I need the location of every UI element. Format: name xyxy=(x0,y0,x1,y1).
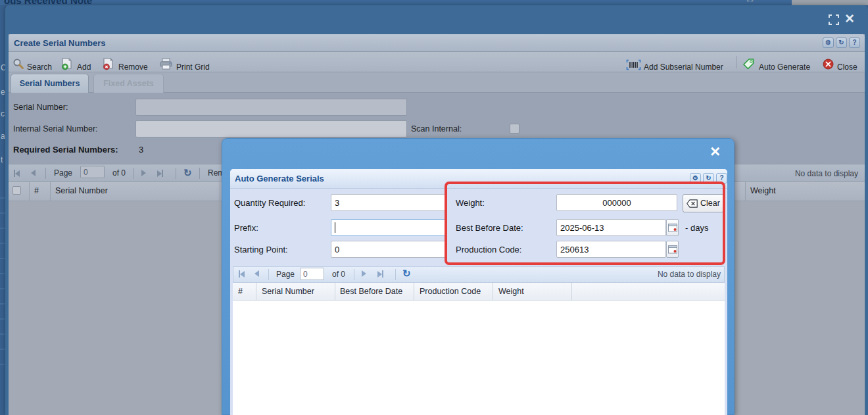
window-close-icon[interactable]: × xyxy=(845,11,854,26)
print-grid-button-label: Print Grid xyxy=(176,62,210,72)
refresh-icon: ↻ xyxy=(706,175,711,182)
column-separator[interactable] xyxy=(745,182,746,201)
tab-fixed-assets[interactable]: Fixed Assets xyxy=(93,74,164,93)
auto-generate-serials-dialog: × Auto Generate Serials ⚙ ↻ ? Quantity R… xyxy=(222,138,735,415)
gear-icon: ⚙ xyxy=(692,175,698,182)
column-separator[interactable] xyxy=(493,283,493,301)
paging-separator xyxy=(354,269,354,280)
prefix-label: Prefix: xyxy=(234,223,258,233)
tab-serial-numbers[interactable]: Serial Numbers xyxy=(11,74,89,93)
panel-refresh-tool-button[interactable]: ↻ xyxy=(836,37,847,48)
search-button[interactable]: Search xyxy=(27,61,52,72)
dialog-column-header-production-code[interactable]: Production Code xyxy=(420,287,481,296)
last-page-button[interactable] xyxy=(157,170,163,177)
add-document-icon xyxy=(61,57,74,73)
column-header-weight[interactable]: Weight xyxy=(750,186,776,195)
highlight-rectangle xyxy=(445,182,725,265)
text-caret xyxy=(335,222,335,233)
print-grid-icon xyxy=(159,58,173,72)
paging-separator xyxy=(45,168,46,179)
background-text-fragment: c xyxy=(1,109,5,118)
internal-serial-number-input[interactable] xyxy=(135,120,407,137)
close-button[interactable]: Close xyxy=(837,61,857,72)
page-of-label: of 0 xyxy=(112,168,126,178)
prefix-input[interactable] xyxy=(331,219,447,236)
column-separator[interactable] xyxy=(220,182,220,201)
serial-number-label: Serial Number: xyxy=(13,103,68,112)
search-button-label: Search xyxy=(27,62,52,72)
background-text-fragment: a xyxy=(1,132,5,141)
quantity-required-input[interactable] xyxy=(331,194,447,211)
gear-icon: ⚙ xyxy=(825,39,831,46)
background-text-fragment: e xyxy=(1,87,5,97)
panel-help-tool-button[interactable]: ? xyxy=(849,37,860,48)
internal-serial-number-label: Internal Serial Number: xyxy=(13,124,98,134)
grid-no-data-text: No data to display xyxy=(779,169,858,178)
dialog-first-page-button[interactable] xyxy=(239,270,245,278)
refresh-icon[interactable]: ↻ xyxy=(183,168,192,178)
dialog-no-data-text: No data to display xyxy=(635,270,721,279)
paging-separator xyxy=(133,168,134,179)
previous-page-button[interactable] xyxy=(31,170,36,176)
tab-fixed-assets-label: Fixed Assets xyxy=(103,79,154,88)
dialog-column-header-index[interactable]: # xyxy=(238,287,243,296)
dialog-grid-body-empty[interactable] xyxy=(233,301,725,415)
column-header-index[interactable]: # xyxy=(34,186,39,195)
page-label: Page xyxy=(54,168,72,178)
dialog-close-icon[interactable]: × xyxy=(710,143,720,160)
column-separator[interactable] xyxy=(335,283,335,301)
column-separator[interactable] xyxy=(414,283,414,301)
add-subserial-number-label: Add Subserial Number xyxy=(644,62,723,72)
dialog-page-of-label: of 0 xyxy=(332,270,345,279)
dialog-last-page-button[interactable] xyxy=(377,270,383,278)
column-separator[interactable] xyxy=(571,283,572,301)
page-number-input[interactable] xyxy=(80,166,105,178)
dialog-column-header-serial-number[interactable]: Serial Number xyxy=(262,287,314,296)
background-maximize-icon: ⛶ xyxy=(747,0,753,3)
close-button-label: Close xyxy=(837,62,857,72)
column-separator[interactable] xyxy=(256,283,256,301)
next-page-button[interactable] xyxy=(141,170,146,176)
toolbar-separator xyxy=(736,56,736,68)
select-all-checkbox[interactable] xyxy=(12,186,21,195)
auto-generate-button-label: Auto Generate xyxy=(759,62,810,72)
remove-button[interactable]: Remove xyxy=(118,61,148,72)
paging-separator xyxy=(395,269,396,280)
dialog-refresh-icon[interactable]: ↻ xyxy=(402,268,411,278)
column-separator[interactable] xyxy=(29,182,30,201)
dialog-column-header-weight[interactable]: Weight xyxy=(498,287,524,296)
auto-generate-button[interactable]: Auto Generate xyxy=(759,61,810,72)
scan-internal-checkbox[interactable] xyxy=(510,124,519,134)
background-scroll-strip xyxy=(792,0,868,5)
panel-header xyxy=(9,34,865,52)
remove-document-icon xyxy=(103,57,115,73)
remove-button-label: Remove xyxy=(118,62,148,72)
background-window-titlebar: ods Received Note ⛶ xyxy=(0,0,792,5)
panel-print-tool-button[interactable]: ⚙ xyxy=(823,37,834,48)
paging-separator xyxy=(199,168,200,179)
dialog-next-page-button[interactable] xyxy=(362,270,366,277)
print-grid-button[interactable]: Print Grid xyxy=(176,61,210,72)
help-icon: ? xyxy=(852,39,856,46)
dialog-column-header-best-before-date[interactable]: Best Before Date xyxy=(340,287,402,296)
first-page-button[interactable] xyxy=(14,170,20,177)
screen: { "backdrop": { "window_behind_title": "… xyxy=(0,0,868,415)
column-header-serial-number[interactable]: Serial Number xyxy=(55,186,108,195)
dialog-previous-page-button[interactable] xyxy=(254,270,259,277)
add-subserial-number-button[interactable]: Add Subserial Number xyxy=(644,61,723,72)
serial-number-input[interactable] xyxy=(135,99,407,116)
dialog-page-label: Page xyxy=(276,270,295,279)
window-maximize-icon[interactable] xyxy=(829,14,839,28)
required-serial-numbers-value: 3 xyxy=(139,145,143,155)
background-text-fragment: t xyxy=(1,155,3,164)
panel-title: Create Serial Numbers xyxy=(14,38,105,48)
column-separator[interactable] xyxy=(50,182,51,201)
dialog-title: Auto Generate Serials xyxy=(235,174,324,183)
paging-separator xyxy=(268,269,269,280)
refresh-icon: ↻ xyxy=(838,39,844,46)
dialog-page-number-input[interactable] xyxy=(300,268,324,280)
add-button[interactable]: Add xyxy=(77,61,91,72)
tab-serial-numbers-label: Serial Numbers xyxy=(20,79,80,88)
help-icon: ? xyxy=(719,175,723,182)
starting-point-input[interactable] xyxy=(331,241,447,258)
